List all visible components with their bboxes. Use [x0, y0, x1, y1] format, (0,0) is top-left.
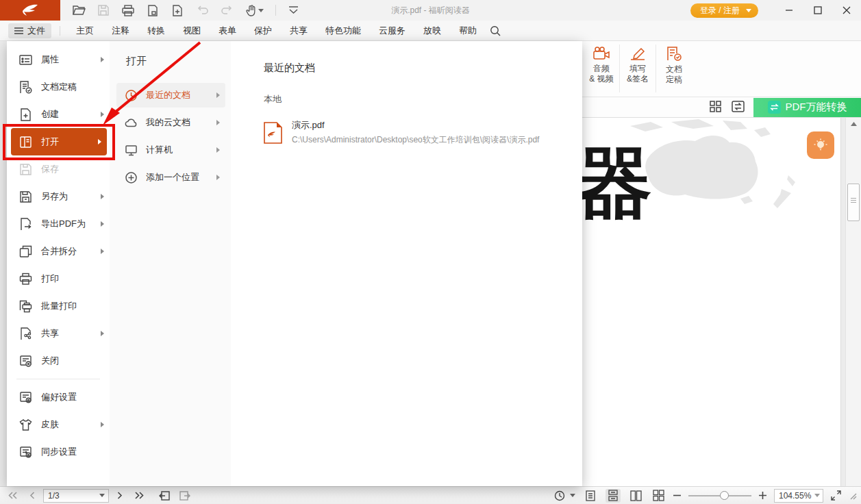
rotate-caret-icon	[570, 494, 575, 497]
save-as-icon	[19, 190, 32, 203]
file-menu-item-close[interactable]: 关闭	[7, 347, 110, 375]
left-edge-strip	[0, 41, 7, 486]
close-button[interactable]	[832, 0, 861, 21]
maximize-button[interactable]	[803, 0, 832, 21]
prev-view-icon[interactable]	[159, 491, 170, 501]
next-view-icon[interactable]	[179, 491, 190, 501]
menu-item-slideshow[interactable]: 放映	[414, 21, 450, 41]
file-menu-item-create[interactable]: 创建	[7, 101, 110, 128]
file-menu-overlay: 属性 文档定稿 创建 打开 保存 另存为 导出PDF为 合并拆分	[7, 41, 582, 486]
pencil-sign-icon	[629, 47, 646, 60]
scroll-up-icon[interactable]	[846, 118, 861, 130]
open-panel-title: 打开	[126, 55, 231, 68]
doc-check-icon	[666, 47, 682, 61]
page-indicator[interactable]: 1/3	[43, 489, 109, 503]
zoom-out-icon[interactable]	[673, 492, 681, 499]
open-folder-icon[interactable]	[71, 3, 86, 18]
window-title: 演示.pdf - 福昕阅读器	[260, 0, 601, 21]
ribbon-label: 音频	[589, 64, 613, 74]
recent-file-item[interactable]: 演示.pdf C:\Users\Administrator\Desktop\se…	[264, 119, 582, 146]
new-document-icon[interactable]	[170, 3, 185, 18]
zoom-slider-handle[interactable]	[720, 491, 729, 500]
zoom-value: 104.55%	[779, 491, 811, 501]
menu-item-home[interactable]: 主页	[67, 21, 103, 41]
file-menu-item-save-as[interactable]: 另存为	[7, 183, 110, 210]
search-icon[interactable]	[490, 25, 501, 36]
resize-grip-icon[interactable]	[849, 492, 857, 500]
foxit-logo	[0, 0, 60, 21]
file-menu-item-open[interactable]: 打开	[11, 128, 107, 155]
fullscreen-icon[interactable]	[831, 490, 841, 501]
submenu-arrow-icon	[101, 249, 104, 254]
zoom-slider[interactable]	[688, 491, 751, 501]
file-menu-item-sync-settings[interactable]: 同步设置	[7, 438, 110, 466]
file-menu-item-batch-print[interactable]: 批量打印	[7, 292, 110, 320]
menu-item-cloud[interactable]: 云服务	[370, 21, 414, 41]
menu-item-protect[interactable]: 保护	[245, 21, 281, 41]
submenu-arrow-icon	[101, 57, 104, 62]
file-menu-item-preferences[interactable]: 偏好设置	[7, 383, 110, 411]
submenu-arrow-icon	[216, 175, 220, 180]
submenu-arrow-icon	[101, 112, 104, 117]
pdf-convert-button[interactable]: PDF万能转换	[753, 98, 861, 117]
menu-item-features[interactable]: 特色功能	[316, 21, 370, 41]
status-bar: 1/3 104.55%	[0, 486, 861, 504]
single-page-icon[interactable]	[583, 489, 598, 503]
page-caret-icon	[99, 494, 105, 497]
file-menu-item-doc-finalize[interactable]: 文档定稿	[7, 73, 110, 101]
menu-item-form[interactable]: 表单	[210, 21, 245, 41]
zoom-in-icon[interactable]	[759, 492, 766, 499]
continuous-page-icon[interactable]	[606, 489, 621, 503]
prev-page-icon[interactable]	[29, 492, 35, 499]
last-page-icon[interactable]	[135, 492, 144, 499]
submenu-arrow-icon	[98, 139, 101, 144]
menu-item-share[interactable]: 共享	[281, 21, 316, 41]
menu-item-convert[interactable]: 转换	[138, 21, 174, 41]
rotate-view-icon[interactable]	[554, 490, 575, 501]
doc-finalize-button[interactable]: 文档定稿	[656, 41, 692, 97]
document-page: 器	[582, 118, 840, 486]
audio-video-button[interactable]: 音频& 视频	[584, 41, 619, 97]
file-menu-sidebar: 属性 文档定稿 创建 打开 保存 另存为 导出PDF为 合并拆分	[7, 41, 110, 486]
file-menu-item-skin[interactable]: 皮肤	[7, 411, 110, 438]
open-item-recent[interactable]: 最近的文档	[116, 83, 225, 108]
menu-file-button[interactable]: 文件	[8, 23, 51, 38]
share-icon	[19, 327, 32, 340]
submenu-arrow-icon	[216, 92, 220, 98]
open-item-computer[interactable]: 计算机	[116, 138, 225, 162]
print-current-icon[interactable]	[145, 3, 160, 18]
facing-page-icon[interactable]	[628, 489, 643, 503]
batch-print-icon	[19, 300, 32, 313]
open-item-cloud-docs[interactable]: 我的云文档	[116, 110, 225, 135]
menu-item-view[interactable]: 视图	[174, 21, 210, 41]
login-button[interactable]: 登录 / 注册	[690, 3, 758, 18]
menu-item-comment[interactable]: 注释	[103, 21, 138, 41]
minimize-button[interactable]	[775, 0, 803, 21]
file-menu-item-merge-split[interactable]: 合并拆分	[7, 238, 110, 265]
file-menu-item-print[interactable]: 打印	[7, 265, 110, 292]
undo-icon	[195, 3, 210, 18]
vertical-scrollbar[interactable]	[845, 118, 861, 486]
pdf-file-icon	[264, 122, 282, 144]
print-icon[interactable]	[121, 3, 136, 18]
open-item-add-place[interactable]: 添加一个位置	[116, 165, 225, 190]
next-page-icon[interactable]	[117, 492, 123, 499]
preferences-icon	[19, 391, 32, 404]
file-menu-item-save: 保存	[7, 155, 110, 183]
menu-file-label: 文件	[27, 25, 45, 37]
file-menu-item-properties[interactable]: 属性	[7, 46, 110, 73]
first-page-icon[interactable]	[8, 492, 17, 499]
login-caret-icon	[746, 9, 751, 12]
zoom-value-box[interactable]: 104.55%	[774, 489, 823, 503]
panel-divider	[840, 118, 841, 486]
grid-view-icon[interactable]	[710, 101, 723, 114]
facing-continuous-icon[interactable]	[651, 489, 666, 503]
file-menu-item-share[interactable]: 共享	[7, 320, 110, 347]
file-menu-item-export-pdf[interactable]: 导出PDF为	[7, 210, 110, 238]
swap-pages-icon[interactable]	[732, 101, 745, 114]
scrollbar-thumb[interactable]	[847, 184, 860, 221]
menu-item-help[interactable]: 帮助	[450, 21, 486, 41]
ribbon-toolbar: 音频& 视频 填写&签名 文档定稿	[582, 41, 861, 97]
fill-sign-button[interactable]: 填写&签名	[620, 41, 656, 97]
lightbulb-icon[interactable]	[807, 131, 834, 159]
